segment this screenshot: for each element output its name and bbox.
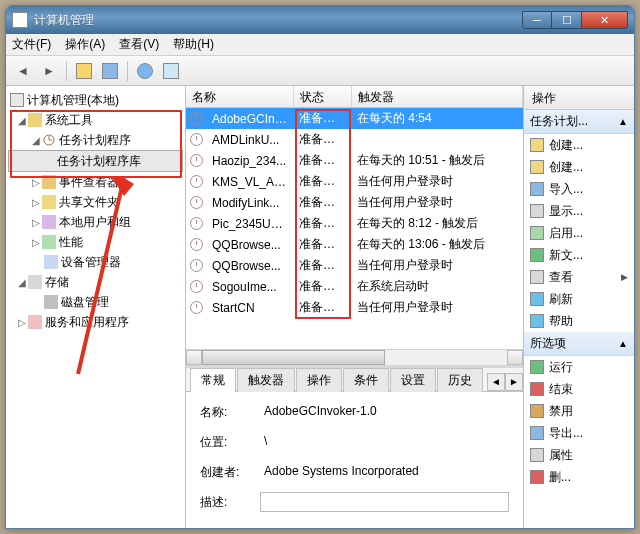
col-status[interactable]: 状态 (294, 86, 352, 107)
action-item[interactable]: 帮助 (524, 310, 634, 332)
horizontal-scrollbar[interactable] (186, 349, 523, 365)
clock-icon (190, 259, 203, 272)
forward-button[interactable]: ► (38, 60, 60, 82)
menu-view[interactable]: 查看(V) (119, 36, 159, 53)
maximize-button[interactable]: ☐ (552, 11, 582, 29)
list-header: 名称 状态 触发器 (186, 86, 523, 108)
tree-task-library[interactable]: 任务计划程序库 (8, 150, 183, 172)
action-item[interactable]: 运行 (524, 356, 634, 378)
cell-trigger: 在每天的 10:51 - 触发后 (351, 152, 523, 169)
task-row[interactable]: AdobeGCInv...准备就绪在每天的 4:54 (186, 108, 523, 129)
cell-name: AMDLinkU... (206, 133, 293, 147)
cell-name: Pic_2345Up... (206, 217, 293, 231)
cell-status: 准备就绪 (293, 110, 351, 127)
action-icon (530, 270, 544, 284)
task-row[interactable]: QQBrowse...准备就绪在每天的 13:06 - 触发后 (186, 234, 523, 255)
action-icon (530, 182, 544, 196)
action-item[interactable]: 导入... (524, 178, 634, 200)
action-item[interactable]: 创建... (524, 134, 634, 156)
tab-history[interactable]: 历史 (437, 368, 483, 392)
col-trigger[interactable]: 触发器 (352, 86, 523, 107)
help-icon[interactable] (134, 60, 156, 82)
actions-group-tasklib[interactable]: 任务计划...▲ (524, 110, 634, 134)
menu-action[interactable]: 操作(A) (65, 36, 105, 53)
col-name[interactable]: 名称 (186, 86, 294, 107)
tab-conditions[interactable]: 条件 (343, 368, 389, 392)
task-row[interactable]: Haozip_234...准备就绪在每天的 10:51 - 触发后 (186, 150, 523, 171)
menu-file[interactable]: 文件(F) (12, 36, 51, 53)
cell-name: StartCN (206, 301, 293, 315)
action-item[interactable]: 禁用 (524, 400, 634, 422)
run-icon[interactable] (160, 60, 182, 82)
scroll-left-button[interactable] (186, 350, 202, 365)
cell-status: 准备就绪 (293, 173, 351, 190)
action-item[interactable]: 刷新 (524, 288, 634, 310)
cell-status: 准备就绪 (293, 236, 351, 253)
tree-local-users[interactable]: ▷本地用户和组 (8, 212, 183, 232)
general-form: 名称:AdobeGCInvoker-1.0 位置:\ 创建者:Adobe Sys… (186, 392, 523, 532)
action-item[interactable]: 导出... (524, 422, 634, 444)
action-item[interactable]: 创建... (524, 156, 634, 178)
close-button[interactable]: ✕ (582, 11, 628, 29)
tab-prev[interactable]: ◄ (487, 373, 505, 391)
action-icon (530, 448, 544, 462)
scroll-right-button[interactable] (507, 350, 523, 365)
actions-group-selected[interactable]: 所选项▲ (524, 332, 634, 356)
action-item[interactable]: 新文... (524, 244, 634, 266)
author-label: 创建者: (200, 464, 260, 481)
nav-tree[interactable]: 计算机管理(本地) ◢系统工具 ◢任务计划程序 任务计划程序库 ▷事件查看器 ▷… (6, 86, 186, 528)
menu-help[interactable]: 帮助(H) (173, 36, 214, 53)
toolbar: ◄ ► (6, 56, 634, 86)
action-icon (530, 314, 544, 328)
tree-services-apps[interactable]: ▷服务和应用程序 (8, 312, 183, 332)
scroll-thumb[interactable] (202, 350, 385, 365)
cell-status: 准备就绪 (293, 215, 351, 232)
cell-name: Haozip_234... (206, 154, 293, 168)
tab-settings[interactable]: 设置 (390, 368, 436, 392)
clock-icon (190, 238, 203, 251)
collapse-icon: ▲ (618, 116, 628, 127)
tree-device-manager[interactable]: 设备管理器 (8, 252, 183, 272)
task-row[interactable]: QQBrowse...准备就绪当任何用户登录时 (186, 255, 523, 276)
chevron-right-icon: ▶ (621, 272, 628, 282)
action-item[interactable]: 删... (524, 466, 634, 488)
minimize-button[interactable]: ─ (522, 11, 552, 29)
back-button[interactable]: ◄ (12, 60, 34, 82)
title-bar: 计算机管理 ─ ☐ ✕ (6, 6, 634, 34)
action-item[interactable]: 启用... (524, 222, 634, 244)
task-row[interactable]: AMDLinkU...准备就绪 (186, 129, 523, 150)
task-row[interactable]: Pic_2345Up...准备就绪在每天的 8:12 - 触发后 (186, 213, 523, 234)
task-row[interactable]: SogouIme...准备就绪在系统启动时 (186, 276, 523, 297)
tab-actions[interactable]: 操作 (296, 368, 342, 392)
task-row[interactable]: KMS_VL_ALL准备就绪当任何用户登录时 (186, 171, 523, 192)
tree-event-viewer[interactable]: ▷事件查看器 (8, 172, 183, 192)
desc-value[interactable] (260, 492, 509, 512)
action-item[interactable]: 显示... (524, 200, 634, 222)
props-icon[interactable] (99, 60, 121, 82)
action-icon (530, 292, 544, 306)
tree-task-scheduler[interactable]: ◢任务计划程序 (8, 130, 183, 150)
tree-shared-folders[interactable]: ▷共享文件夹 (8, 192, 183, 212)
task-list[interactable]: 名称 状态 触发器 AdobeGCInv...准备就绪在每天的 4:54AMDL… (186, 86, 523, 368)
tree-system-tools[interactable]: ◢系统工具 (8, 110, 183, 130)
tree-disk-management[interactable]: 磁盘管理 (8, 292, 183, 312)
task-row[interactable]: ModifyLink...准备就绪当任何用户登录时 (186, 192, 523, 213)
action-icon (530, 204, 544, 218)
task-row[interactable]: StartCN准备就绪当任何用户登录时 (186, 297, 523, 318)
cell-status: 准备就绪 (293, 152, 351, 169)
action-item[interactable]: 查看▶ (524, 266, 634, 288)
tree-performance[interactable]: ▷性能 (8, 232, 183, 252)
action-item[interactable]: 结束 (524, 378, 634, 400)
tab-general[interactable]: 常规 (190, 368, 236, 392)
up-icon[interactable] (73, 60, 95, 82)
tab-triggers[interactable]: 触发器 (237, 368, 295, 392)
cell-name: KMS_VL_ALL (206, 175, 293, 189)
tree-root[interactable]: 计算机管理(本地) (8, 90, 183, 110)
menu-bar: 文件(F) 操作(A) 查看(V) 帮助(H) (6, 34, 634, 56)
tab-next[interactable]: ► (505, 373, 523, 391)
clock-icon (190, 301, 203, 314)
action-item[interactable]: 属性 (524, 444, 634, 466)
tree-storage[interactable]: ◢存储 (8, 272, 183, 292)
cell-name: AdobeGCInv... (206, 112, 293, 126)
desc-label: 描述: (200, 494, 260, 511)
